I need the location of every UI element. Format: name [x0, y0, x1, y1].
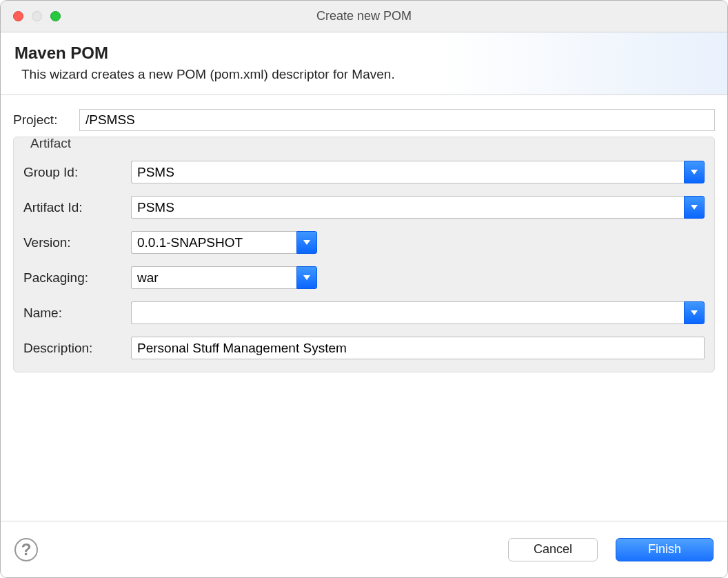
cancel-button[interactable]: Cancel	[508, 538, 598, 561]
project-row: Project:	[13, 109, 715, 131]
artifact-id-dropdown-button[interactable]	[684, 196, 705, 219]
version-combo[interactable]	[131, 231, 317, 254]
wizard-body: Project: Artifact Group Id: Artifact Id:	[1, 95, 727, 521]
name-combo[interactable]	[131, 301, 705, 324]
finish-button[interactable]: Finish	[616, 538, 714, 561]
group-id-combo[interactable]	[131, 161, 705, 183]
version-input[interactable]	[131, 231, 296, 254]
project-input[interactable]	[79, 109, 715, 131]
version-label: Version:	[23, 235, 127, 250]
chevron-down-icon	[691, 310, 698, 315]
wizard-footer: ? Cancel Finish	[1, 521, 727, 577]
version-dropdown-button[interactable]	[296, 231, 317, 254]
artifact-legend: Artifact	[28, 136, 74, 151]
packaging-label: Packaging:	[23, 270, 127, 286]
packaging-combo[interactable]	[131, 266, 317, 289]
description-input[interactable]	[131, 337, 705, 359]
name-dropdown-button[interactable]	[684, 301, 705, 324]
help-icon[interactable]: ?	[14, 538, 38, 561]
chevron-down-icon	[303, 240, 310, 245]
group-id-input[interactable]	[131, 161, 684, 183]
description-label: Description:	[23, 341, 127, 356]
wizard-window: Create new POM Maven POM This wizard cre…	[0, 0, 728, 578]
artifact-id-input[interactable]	[131, 196, 684, 219]
page-title: Maven POM	[14, 43, 714, 63]
artifact-group: Artifact Group Id: Artifact Id: Versi	[13, 137, 715, 372]
packaging-dropdown-button[interactable]	[296, 266, 317, 289]
chevron-down-icon	[303, 275, 310, 280]
packaging-input[interactable]	[131, 266, 296, 289]
name-input[interactable]	[131, 301, 684, 324]
group-id-label: Group Id:	[23, 165, 127, 180]
artifact-id-label: Artifact Id:	[23, 200, 127, 215]
chevron-down-icon	[691, 205, 698, 210]
page-description: This wizard creates a new POM (pom.xml) …	[21, 67, 714, 82]
artifact-form: Group Id: Artifact Id: Version:	[23, 161, 705, 359]
wizard-banner: Maven POM This wizard creates a new POM …	[1, 32, 727, 95]
window-title: Create new POM	[1, 9, 727, 23]
chevron-down-icon	[691, 170, 698, 175]
artifact-id-combo[interactable]	[131, 196, 705, 219]
group-id-dropdown-button[interactable]	[684, 161, 705, 183]
name-label: Name:	[23, 306, 127, 321]
project-label: Project:	[13, 112, 79, 128]
titlebar: Create new POM	[1, 1, 727, 32]
